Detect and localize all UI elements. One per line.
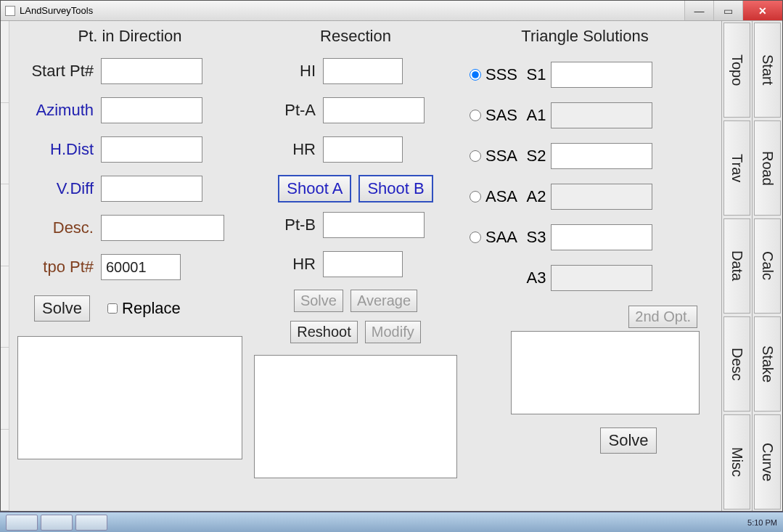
reshoot-button[interactable]: Reshoot bbox=[290, 321, 358, 343]
average-button[interactable]: Average bbox=[350, 290, 417, 312]
taskbar-button[interactable] bbox=[6, 515, 38, 531]
tab-desc[interactable]: Desc bbox=[723, 316, 750, 412]
replace-checkbox[interactable] bbox=[107, 303, 118, 314]
radio-sss[interactable] bbox=[470, 69, 481, 81]
resection-output[interactable] bbox=[254, 355, 457, 478]
pta-input[interactable] bbox=[323, 97, 425, 123]
radio-sss-label: SSS bbox=[481, 65, 522, 84]
close-button[interactable]: ✕ bbox=[742, 1, 782, 20]
azimuth-label: Azimuth bbox=[14, 101, 101, 120]
hi-input[interactable] bbox=[323, 58, 403, 84]
s1-label: S1 bbox=[522, 65, 551, 84]
triangle-solve-button[interactable]: Solve bbox=[600, 427, 656, 454]
direction-output[interactable] bbox=[17, 336, 242, 459]
a3-label: A3 bbox=[522, 269, 551, 287]
ptb-input[interactable] bbox=[323, 212, 425, 238]
s3-label: S3 bbox=[522, 228, 551, 247]
azimuth-input[interactable] bbox=[101, 97, 202, 123]
left-gutter bbox=[1, 21, 9, 511]
a2-label: A2 bbox=[522, 187, 551, 206]
app-window: LAndSurveyTools — ▭ ✕ Pt. in Direction S… bbox=[0, 0, 783, 512]
side-tabs: Topo Trav Data Desc Misc Start Road Calc… bbox=[721, 21, 782, 511]
hdist-label: H.Dist bbox=[14, 140, 101, 159]
replace-label: Replace bbox=[122, 299, 181, 318]
triangle-title: Triangle Solutions bbox=[521, 27, 648, 50]
s2-label: S2 bbox=[522, 147, 551, 165]
tab-stake[interactable]: Stake bbox=[754, 316, 781, 412]
radio-sas[interactable] bbox=[470, 110, 481, 121]
tab-data[interactable]: Data bbox=[723, 218, 750, 314]
vdiff-input[interactable] bbox=[101, 176, 202, 202]
radio-saa-label: SAA bbox=[481, 228, 522, 247]
tab-misc[interactable]: Misc bbox=[723, 414, 750, 510]
taskbar-clock: 5:10 PM bbox=[747, 518, 777, 527]
resection-panel: Resection HI Pt-A HR Shoot A Shoot B bbox=[250, 27, 461, 505]
hdist-input[interactable] bbox=[101, 136, 202, 163]
hr-b-label: HR bbox=[250, 255, 323, 274]
taskbar[interactable]: 5:10 PM bbox=[0, 512, 783, 532]
minimize-button[interactable]: — bbox=[684, 1, 713, 20]
hr-a-label: HR bbox=[250, 140, 323, 159]
modify-button[interactable]: Modify bbox=[365, 321, 421, 343]
shoot-b-button[interactable]: Shoot B bbox=[358, 175, 433, 202]
shoot-a-button[interactable]: Shoot A bbox=[278, 175, 351, 202]
start-pt-input[interactable] bbox=[101, 58, 202, 84]
radio-saa[interactable] bbox=[470, 232, 481, 243]
triangle-panel: Triangle Solutions SSS S1 SAS A1 SSA S2 bbox=[465, 27, 705, 505]
radio-asa[interactable] bbox=[470, 191, 481, 202]
radio-sas-label: SAS bbox=[481, 106, 522, 125]
a1-label: A1 bbox=[522, 106, 551, 125]
desc-input[interactable] bbox=[101, 215, 224, 241]
resection-solve-button[interactable]: Solve bbox=[294, 290, 343, 312]
start-pt-label: Start Pt# bbox=[14, 62, 101, 81]
taskbar-button[interactable] bbox=[75, 515, 107, 531]
pta-label: Pt-A bbox=[250, 101, 323, 120]
hr-b-input[interactable] bbox=[323, 251, 403, 277]
tab-trav[interactable]: Trav bbox=[723, 120, 750, 216]
tab-topo[interactable]: Topo bbox=[723, 22, 750, 118]
tab-start[interactable]: Start bbox=[754, 22, 781, 118]
titlebar[interactable]: LAndSurveyTools — ▭ ✕ bbox=[1, 1, 782, 21]
a3-input[interactable] bbox=[551, 265, 652, 291]
s3-input[interactable] bbox=[551, 224, 652, 250]
a2-input[interactable] bbox=[551, 184, 652, 210]
resection-title: Resection bbox=[320, 27, 391, 50]
triangle-output[interactable] bbox=[511, 331, 700, 414]
tab-curve[interactable]: Curve bbox=[754, 414, 781, 510]
radio-asa-label: ASA bbox=[481, 187, 522, 206]
window-title: LAndSurveyTools bbox=[20, 5, 684, 16]
hr-a-input[interactable] bbox=[323, 136, 403, 163]
s2-input[interactable] bbox=[551, 143, 652, 169]
direction-panel: Pt. in Direction Start Pt# Azimuth H.Dis… bbox=[14, 27, 246, 505]
tab-calc[interactable]: Calc bbox=[754, 218, 781, 314]
s1-input[interactable] bbox=[551, 62, 652, 88]
maximize-button[interactable]: ▭ bbox=[713, 1, 742, 20]
radio-ssa-label: SSA bbox=[481, 147, 522, 165]
tpo-label: tpo Pt# bbox=[14, 258, 101, 277]
ptb-label: Pt-B bbox=[250, 216, 323, 234]
hi-label: HI bbox=[250, 62, 323, 81]
desc-label: Desc. bbox=[14, 218, 101, 237]
tpo-input[interactable] bbox=[101, 254, 181, 280]
taskbar-button[interactable] bbox=[41, 515, 73, 531]
direction-solve-button[interactable]: Solve bbox=[34, 295, 90, 322]
app-icon bbox=[5, 6, 15, 16]
direction-title: Pt. in Direction bbox=[78, 27, 181, 50]
tab-road[interactable]: Road bbox=[754, 120, 781, 216]
a1-input[interactable] bbox=[551, 102, 652, 128]
radio-ssa[interactable] bbox=[470, 150, 481, 162]
vdiff-label: V.Diff bbox=[14, 179, 101, 198]
second-opt-button[interactable]: 2nd Opt. bbox=[628, 306, 697, 328]
main-panel: Pt. in Direction Start Pt# Azimuth H.Dis… bbox=[9, 21, 721, 511]
